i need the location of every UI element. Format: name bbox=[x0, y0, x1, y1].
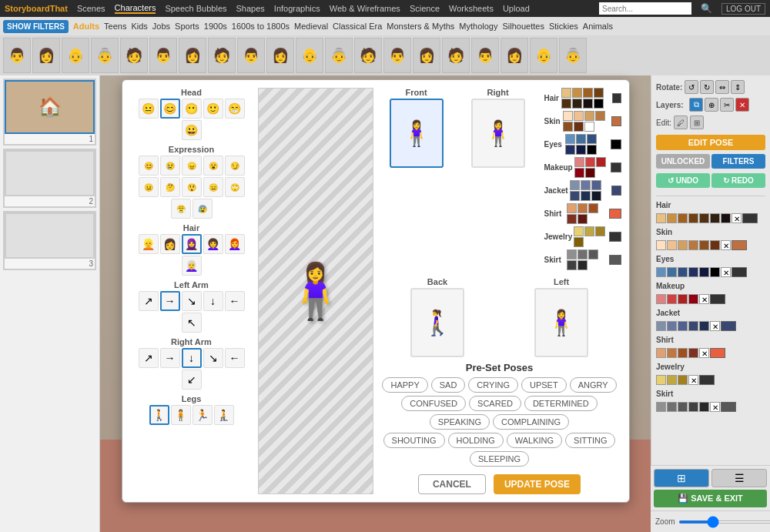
layer-icon-1[interactable]: ⧉ bbox=[689, 98, 703, 112]
char-thumb-16[interactable]: 🧑 bbox=[442, 38, 470, 73]
char-thumb-17[interactable]: 👨 bbox=[471, 38, 499, 73]
filter-jobs[interactable]: Jobs bbox=[152, 22, 170, 31]
skin-color-dropdown[interactable] bbox=[611, 116, 621, 126]
rp-hair-dropdown[interactable] bbox=[742, 213, 758, 223]
hair-swatch-4[interactable] bbox=[594, 88, 604, 98]
expr-7[interactable]: 🤔 bbox=[160, 177, 180, 197]
grid-view-button[interactable]: ⊞ bbox=[654, 469, 709, 487]
rp-shirt-sw4[interactable] bbox=[688, 348, 698, 358]
nav-characters[interactable]: Characters bbox=[115, 3, 156, 14]
cancel-button[interactable]: CANCEL bbox=[418, 474, 486, 494]
eye-swatch-3[interactable] bbox=[587, 134, 597, 144]
preset-confused[interactable]: CONFUSED bbox=[401, 396, 466, 411]
nav-infographics[interactable]: Infographics bbox=[274, 4, 320, 13]
hair-5[interactable]: 👩‍🦰 bbox=[225, 234, 245, 254]
head-part-6[interactable]: 😀 bbox=[182, 120, 202, 140]
rp-skirt-dropdown[interactable] bbox=[721, 402, 736, 412]
layer-icon-3[interactable]: ✂ bbox=[720, 98, 734, 112]
rp-skirt-sw5[interactable] bbox=[699, 402, 709, 412]
char-thumb-12[interactable]: 👵 bbox=[325, 38, 353, 73]
char-thumb-5[interactable]: 🧑 bbox=[120, 38, 148, 73]
jacket-swatch-4[interactable] bbox=[570, 191, 580, 201]
rp-shirt-dropdown[interactable] bbox=[710, 348, 725, 358]
storyboard-cell-1[interactable]: 🏠 1 bbox=[3, 79, 96, 146]
expr-5[interactable]: 😏 bbox=[225, 156, 245, 176]
rp-hair-sw4[interactable] bbox=[688, 213, 698, 223]
rarm-3[interactable]: ↓ bbox=[182, 348, 202, 368]
expr-11[interactable]: 😤 bbox=[171, 199, 191, 219]
left-pose-img[interactable]: 🧍‍♀️ bbox=[534, 288, 588, 357]
char-thumb-7[interactable]: 👩 bbox=[179, 38, 206, 73]
skirt-swatch-4[interactable] bbox=[567, 260, 577, 270]
rp-jewelry-sw-x[interactable]: ✕ bbox=[688, 375, 698, 385]
hair-swatch-3[interactable] bbox=[583, 88, 593, 98]
skirt-swatch-3[interactable] bbox=[588, 249, 598, 259]
hair-color-dropdown[interactable] bbox=[612, 93, 621, 103]
rp-hair-sw7[interactable] bbox=[721, 213, 731, 223]
skin-swatch-1[interactable] bbox=[563, 111, 573, 121]
rp-skin-sw-x[interactable]: ✕ bbox=[721, 240, 731, 250]
preset-sad[interactable]: SAD bbox=[431, 377, 466, 393]
undo-button[interactable]: ↺ UNDO bbox=[656, 173, 710, 188]
preset-sleeping[interactable]: SLEEPING bbox=[470, 451, 529, 467]
preset-scared[interactable]: SCARED bbox=[469, 396, 521, 411]
filter-1600s[interactable]: 1600s to 1800s bbox=[232, 22, 290, 31]
filter-teens[interactable]: Teens bbox=[104, 22, 126, 31]
preset-speaking[interactable]: SPEAKING bbox=[430, 414, 490, 430]
shirt-color-dropdown[interactable] bbox=[609, 209, 621, 219]
rp-hair-sw-x[interactable]: ✕ bbox=[732, 213, 742, 223]
filters-button[interactable]: FILTERS bbox=[711, 154, 765, 169]
jewelry-swatch-3[interactable] bbox=[595, 226, 605, 236]
preset-crying[interactable]: CRYING bbox=[468, 377, 518, 393]
jacket-swatch-3[interactable] bbox=[591, 180, 601, 190]
filter-mythology[interactable]: Mythology bbox=[459, 22, 497, 31]
shirt-swatch-5[interactable] bbox=[578, 214, 588, 224]
edit-icon-2[interactable]: ⊞ bbox=[690, 115, 704, 129]
rp-eyes-dropdown[interactable] bbox=[732, 267, 747, 277]
rp-jewelry-dropdown[interactable] bbox=[699, 375, 715, 385]
rp-jewelry-sw2[interactable] bbox=[667, 375, 677, 385]
rp-hair-sw6[interactable] bbox=[710, 213, 720, 223]
preset-walking[interactable]: WALKING bbox=[507, 433, 562, 448]
larm-2[interactable]: → bbox=[160, 291, 180, 311]
preset-complaining[interactable]: COMPLAINING bbox=[493, 414, 569, 430]
jacket-swatch-1[interactable] bbox=[570, 180, 580, 190]
nav-scenes[interactable]: Scenes bbox=[77, 4, 105, 13]
edit-pose-button[interactable]: EDIT POSE bbox=[656, 135, 765, 150]
rp-skirt-sw2[interactable] bbox=[667, 402, 677, 412]
makeup-swatch-5[interactable] bbox=[585, 168, 595, 178]
rp-skin-dropdown[interactable] bbox=[732, 240, 747, 250]
expr-8[interactable]: 😲 bbox=[182, 177, 202, 197]
skirt-swatch-5[interactable] bbox=[578, 260, 588, 270]
leg-3[interactable]: 🏃 bbox=[192, 405, 213, 425]
search-icon[interactable]: 🔍 bbox=[701, 3, 712, 14]
right-pose-img[interactable]: 🧍‍♀️ bbox=[471, 99, 525, 168]
char-thumb-1[interactable]: 👨 bbox=[3, 38, 31, 73]
nav-speech-bubbles[interactable]: Speech Bubbles bbox=[165, 4, 226, 13]
shirt-swatch-2[interactable] bbox=[578, 203, 588, 213]
char-thumb-6[interactable]: 👨 bbox=[149, 38, 177, 73]
back-pose-img[interactable]: 🚶‍♀️ bbox=[410, 288, 464, 357]
rp-shirt-sw2[interactable] bbox=[667, 348, 677, 358]
save-exit-button[interactable]: 💾 SAVE & EXIT bbox=[654, 490, 767, 507]
rp-skin-sw2[interactable] bbox=[667, 240, 677, 250]
nav-upload[interactable]: Upload bbox=[503, 4, 530, 13]
zoom-slider[interactable] bbox=[678, 520, 770, 524]
rp-skin-sw5[interactable] bbox=[699, 240, 709, 250]
larm-1[interactable]: ↗ bbox=[139, 291, 159, 311]
filter-stickies[interactable]: Stickies bbox=[549, 22, 578, 31]
shirt-swatch-1[interactable] bbox=[567, 203, 577, 213]
char-thumb-11[interactable]: 👴 bbox=[296, 38, 323, 73]
rp-shirt-sw3[interactable] bbox=[678, 348, 688, 358]
eye-swatch-2[interactable] bbox=[576, 134, 586, 144]
rp-eye-sw2[interactable] bbox=[667, 267, 677, 277]
jewelry-swatch-2[interactable] bbox=[584, 226, 594, 236]
filter-adults[interactable]: Adults bbox=[73, 22, 99, 31]
edit-icon-1[interactable]: 🖊 bbox=[674, 115, 688, 129]
jacket-swatch-6[interactable] bbox=[591, 191, 601, 201]
rp-jacket-sw2[interactable] bbox=[667, 321, 677, 331]
char-thumb-18[interactable]: 👩 bbox=[500, 38, 528, 73]
preset-angry[interactable]: ANGRY bbox=[570, 377, 617, 393]
skin-swatch-4[interactable] bbox=[595, 111, 605, 121]
jewelry-swatch-4[interactable] bbox=[574, 237, 584, 247]
